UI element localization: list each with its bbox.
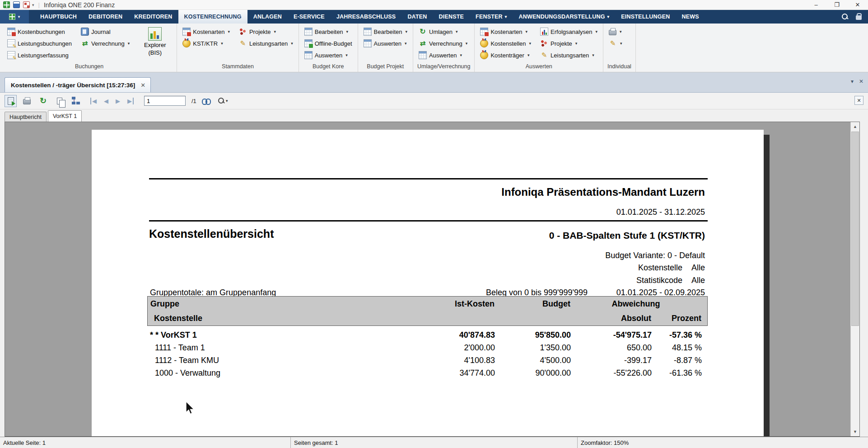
export-button[interactable] xyxy=(5,95,17,107)
scroll-up-icon[interactable]: ▲ xyxy=(851,122,859,131)
ribbon-button-explorer[interactable]: Explorer(BIS) xyxy=(137,26,173,56)
report-tab-vorkst-1[interactable]: VorKST 1 xyxy=(48,110,82,122)
ribbon-button-projekte[interactable]: Projekte▾ xyxy=(238,26,294,38)
menu-tab-fenster[interactable]: FENSTER▾ xyxy=(470,10,513,24)
status-zoom: Zoomfaktor: 150% xyxy=(578,437,868,448)
menu-tab-einstellungen[interactable]: EINSTELLUNGEN xyxy=(615,10,676,24)
first-page-button[interactable]: ◀ xyxy=(90,98,97,104)
ribbon-button-erfolgsanalysen[interactable]: Erfolgsanalysen▾ xyxy=(539,26,599,38)
ribbon-button-leistungsarten[interactable]: Leistungsarten▾ xyxy=(539,49,599,61)
erfolgsanalysen-icon xyxy=(540,28,548,36)
ausw-kostenstellen-icon xyxy=(480,39,488,47)
cell-budget: 1'350.00 xyxy=(495,343,571,353)
lock-icon[interactable] xyxy=(856,15,862,20)
close-button[interactable]: ✕ xyxy=(847,0,868,9)
ribbon-button-leistungserfassung[interactable]: Leistungserfassung xyxy=(6,49,73,61)
menu-tab-daten[interactable]: DATEN xyxy=(401,10,433,24)
ribbon-button-bearbeiten[interactable]: Bearbeiten▾ xyxy=(362,26,409,38)
menu-tab-debitoren[interactable]: DEBITOREN xyxy=(83,10,128,24)
copy-button[interactable] xyxy=(53,95,65,107)
ribbon-button-label: Umlagen xyxy=(429,28,453,35)
ribbon-button-kostenstellen[interactable]: Kostenstellen▾ xyxy=(479,38,532,49)
next-page-button[interactable]: ▶ xyxy=(116,98,120,104)
document-tab[interactable]: Kostenstellen / -träger Übersicht [15:27… xyxy=(5,77,151,92)
ausw-leistungsarten-icon xyxy=(540,51,548,59)
report-table: Gruppe Ist-Kosten Budget Abweichung Kost… xyxy=(147,296,708,379)
ribbon-button-auswerten[interactable]: Auswerten▾ xyxy=(362,38,409,49)
scroll-down-icon[interactable]: ▼ xyxy=(851,427,859,436)
close-preview-button[interactable]: ✕ xyxy=(854,96,863,105)
ribbon-group-buchungen: KostenbuchungenLeistungsbuchungenLeistun… xyxy=(2,24,177,72)
projekt-bearbeiten-icon xyxy=(364,28,372,36)
chevron-down-icon: ▾ xyxy=(226,99,228,103)
menu-tab-kostenrechnung[interactable]: KOSTENRECHNUNG xyxy=(178,10,247,24)
minimize-button[interactable]: – xyxy=(806,0,826,9)
ribbon-button-label: KST/KTR xyxy=(193,40,218,47)
menu-tab-kreditoren[interactable]: KREDITOREN xyxy=(128,10,178,24)
previous-page-button[interactable]: ◀ xyxy=(104,98,108,104)
refresh-button[interactable] xyxy=(37,95,49,107)
ribbon-button-druck-icon[interactable]: ▾ xyxy=(607,26,624,38)
vertical-scrollbar[interactable]: ▲ ▼ xyxy=(850,122,859,436)
close-tab-icon[interactable]: ✕ xyxy=(140,82,145,89)
menu-tab-anlagen[interactable]: ANLAGEN xyxy=(247,10,288,24)
group-tree-toggle-button[interactable] xyxy=(70,95,82,107)
page-number-input[interactable] xyxy=(144,96,186,106)
menu-tab-jahresabschluss[interactable]: JAHRESABSCHLUSS xyxy=(331,10,402,24)
ribbon-button-leistungsarten[interactable]: Leistungsarten▾ xyxy=(238,38,294,49)
ribbon-button-journal[interactable]: Journal xyxy=(79,26,131,38)
ribbon-group-budget-kore: Bearbeiten▾Offline-BudgetAuswerten▾Budge… xyxy=(299,24,358,72)
ribbon-button-offline-budget[interactable]: Offline-Budget xyxy=(303,38,354,49)
ribbon-button-leistungsbuchungen[interactable]: Leistungsbuchungen xyxy=(6,38,73,49)
ribbon-button-kostenbuchungen[interactable]: Kostenbuchungen xyxy=(6,26,73,38)
find-button[interactable] xyxy=(201,95,213,107)
menu-tab-label: EINSTELLUNGEN xyxy=(621,14,670,20)
last-page-button[interactable]: ▶ xyxy=(127,98,134,104)
cell-gruppe: 1112 - Team KMU xyxy=(147,356,359,365)
menu-tab-dienste[interactable]: DIENSTE xyxy=(433,10,470,24)
tab-list-chevron-icon[interactable]: ▾ xyxy=(851,78,854,85)
chevron-down-icon: ▾ xyxy=(405,29,407,34)
ribbon-group-umlage-verrechnung: Umlagen▾Verrechnung▾Auswerten▾Umlage/Ver… xyxy=(413,24,475,72)
ribbon-button-kst-ktr[interactable]: KST/KTR▾ xyxy=(181,38,231,49)
menu-tab-anwendungsdarstellung[interactable]: ANWENDUNGSDARSTELLUNG▾ xyxy=(513,10,616,24)
print-button[interactable] xyxy=(21,95,33,107)
report-kostenstelle-filter: KostenstelleAlle xyxy=(149,263,705,273)
ribbon-button-umlagen[interactable]: Umlagen▾ xyxy=(417,26,469,38)
report-tab-hauptbericht[interactable]: Hauptbericht xyxy=(5,112,47,122)
maximize-button[interactable]: ❐ xyxy=(826,0,847,9)
quick-access-grid-icon[interactable] xyxy=(23,1,30,8)
ribbon-button-kostenarten[interactable]: Kostenarten▾ xyxy=(181,26,231,38)
quick-access-chevron-down-icon[interactable]: ▾ xyxy=(32,3,34,7)
ribbon-button-projekte[interactable]: Projekte▾ xyxy=(539,38,599,49)
ribbon-button-stift-icon[interactable]: ▾ xyxy=(607,38,624,49)
scrollbar-thumb[interactable] xyxy=(851,132,859,326)
chevron-down-icon: ▾ xyxy=(228,29,230,34)
file-menu-tab[interactable]: ▾ xyxy=(0,10,29,24)
ribbon-button-kostenarten[interactable]: Kostenarten▾ xyxy=(479,26,532,38)
quick-access-window-icon[interactable] xyxy=(13,1,20,8)
zoom-button[interactable]: ▾ xyxy=(217,95,229,107)
chevron-down-icon: ▾ xyxy=(529,41,532,46)
ribbon: KostenbuchungenLeistungsbuchungenLeistun… xyxy=(0,24,868,72)
chevron-down-icon: ▾ xyxy=(575,41,578,46)
menu-tab-e-service[interactable]: E-SERVICE xyxy=(288,10,331,24)
ribbon-button-bearbeiten[interactable]: Bearbeiten▾ xyxy=(303,26,354,38)
menu-tab-label: FENSTER xyxy=(476,14,503,20)
search-icon[interactable] xyxy=(841,13,849,20)
ribbon-button-verrechnung[interactable]: Verrechnung▾ xyxy=(79,38,131,49)
zoom-icon xyxy=(218,97,225,104)
ribbon-button-kostentrager[interactable]: Kostenträger▾ xyxy=(479,49,532,61)
table-row: * * VorKST 140'874.8395'850.00-54'975.17… xyxy=(147,329,708,341)
chevron-down-icon: ▾ xyxy=(18,14,20,19)
ribbon-button-auswerten[interactable]: Auswerten▾ xyxy=(303,49,354,61)
menu-tab-news[interactable]: NEWS xyxy=(676,10,705,24)
table-row: 1111 - Team 12'000.001'350.00650.0048.15… xyxy=(147,341,708,354)
close-icon: ✕ xyxy=(857,98,861,104)
document-tab-label: Kostenstellen / -träger Übersicht [15:27… xyxy=(11,82,135,89)
ribbon-button-label: Kostenbuchungen xyxy=(18,28,65,35)
menu-tab-hauptbuch[interactable]: HAUPTBUCH xyxy=(34,10,83,24)
tab-bar-close-icon[interactable]: ✕ xyxy=(859,78,863,85)
ribbon-button-verrechnung[interactable]: Verrechnung▾ xyxy=(417,38,469,49)
ribbon-button-auswerten[interactable]: Auswerten▾ xyxy=(417,49,469,61)
